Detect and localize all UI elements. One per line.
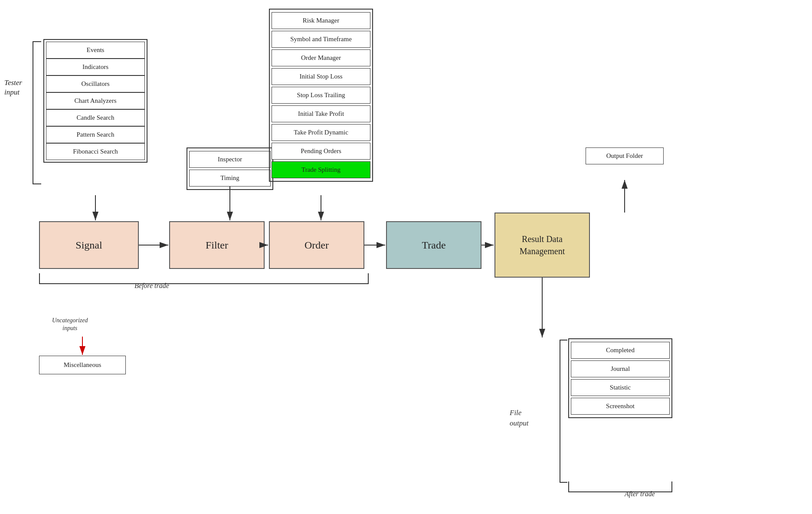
diagram: Tester input Events Indicators Oscillato… [0, 0, 812, 514]
signal-input-outer: Events Indicators Oscillators Chart Anal… [43, 39, 147, 163]
trade-box: Trade [386, 221, 481, 269]
filter-item-inspector: Inspector [189, 151, 271, 168]
order-item-trade-splitting: Trade Splitting [272, 161, 370, 178]
filter-item-timing: Timing [189, 170, 271, 187]
input-item-candle-search: Candle Search [46, 109, 145, 126]
file-output-completed: Completed [571, 342, 670, 359]
input-item-fibonacci-search: Fibonacci Search [46, 143, 145, 160]
order-item-risk-manager: Risk Manager [272, 12, 370, 29]
file-output-statistic: Statistic [571, 379, 670, 396]
signal-box: Signal [39, 221, 139, 269]
before-trade-bracket [39, 273, 369, 284]
before-trade-label: Before trade [134, 282, 169, 290]
input-item-chart-analyzers: Chart Analyzers [46, 92, 145, 109]
output-folder-box: Output Folder [586, 147, 664, 164]
order-box: Order [269, 221, 364, 269]
filter-input-stack: Inspector Timing [187, 147, 273, 190]
input-item-oscillators: Oscillators [46, 75, 145, 92]
uncategorized-label: Uncategorized inputs [52, 317, 88, 332]
order-item-order-manager: Order Manager [272, 49, 370, 66]
file-output-label: File output [510, 408, 528, 429]
order-item-symbol-timeframe: Symbol and Timeframe [272, 31, 370, 48]
order-item-take-profit-dynamic: Take Profit Dynamic [272, 124, 370, 141]
input-item-indicators: Indicators [46, 59, 145, 75]
input-item-events: Events [46, 42, 145, 59]
filter-box: Filter [169, 221, 265, 269]
after-trade-bracket [568, 481, 672, 492]
rdm-box: Result DataManagement [494, 213, 590, 278]
tester-bracket [33, 41, 41, 184]
after-trade-label: After trade [625, 490, 655, 498]
file-output-bracket [560, 340, 567, 483]
order-item-stop-loss-trailing: Stop Loss Trailing [272, 87, 370, 104]
file-output-journal: Journal [571, 360, 670, 377]
signal-input-stack: Events Indicators Oscillators Chart Anal… [43, 39, 147, 163]
order-item-pending-orders: Pending Orders [272, 143, 370, 160]
misc-box: Miscellaneous [39, 356, 126, 374]
order-item-initial-take-profit: Initial Take Profit [272, 105, 370, 122]
order-item-initial-stop-loss: Initial Stop Loss [272, 68, 370, 85]
input-item-pattern-search: Pattern Search [46, 126, 145, 143]
tester-input-label: Tester input [4, 78, 22, 97]
file-output-screenshot: Screenshot [571, 398, 670, 415]
file-output-stack: Completed Journal Statistic Screenshot [568, 338, 672, 418]
order-input-stack: Risk Manager Symbol and Timeframe Order … [269, 9, 373, 182]
